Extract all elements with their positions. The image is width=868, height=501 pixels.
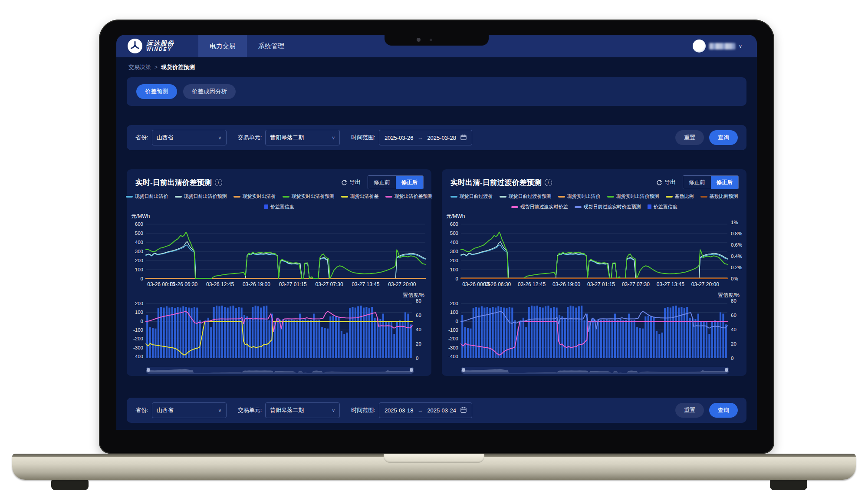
province-value: 山西省 <box>157 406 174 414</box>
svg-text:200: 200 <box>450 258 458 263</box>
query-button[interactable]: 查询 <box>709 403 738 418</box>
brand-name-en: WINDEY <box>146 47 174 52</box>
svg-text:300: 300 <box>450 249 458 254</box>
province-select[interactable]: 山西省 ∨ <box>152 130 227 145</box>
svg-text:03-27 01:15: 03-27 01:15 <box>587 281 615 287</box>
menu-item-power-trading[interactable]: 电力交易 <box>198 35 247 57</box>
reset-button[interactable]: 重置 <box>675 130 704 145</box>
export-button[interactable]: 导出 <box>656 178 676 186</box>
legend-item[interactable]: 现货出清价差 <box>341 193 379 200</box>
calendar-icon[interactable] <box>460 407 467 414</box>
legend-swatch <box>648 204 651 209</box>
svg-text:0.4%: 0.4% <box>731 254 742 259</box>
breadcrumb-current: 现货价差预测 <box>161 63 195 71</box>
correction-toggle: 修正前 修正后 <box>683 175 739 189</box>
correction-toggle: 修正前 修正后 <box>368 175 424 189</box>
brand-name-cn: 运达股份 <box>146 40 174 47</box>
slider-handle-left[interactable] <box>462 368 465 372</box>
chart-panels-row: 实时-日前出清价差预测 i 导出 修正前 修正后 现货日前出清价现货日前出清价预… <box>127 169 746 376</box>
legend-row-1: 现货日前过渡价现货日前过渡价预测现货实时出清价现货实时出清价预测基数比例基数比例… <box>442 193 746 200</box>
trading-unit-select[interactable]: 昔阳皋落二期 ∨ <box>265 130 340 145</box>
province-label: 省份: <box>135 134 148 142</box>
date-range-picker[interactable]: 2025-03-18 → 2025-03-24 <box>379 402 472 418</box>
legend-swatch <box>341 196 348 198</box>
trading-unit-label: 交易单元: <box>238 406 262 414</box>
svg-text:0: 0 <box>456 319 458 324</box>
reset-button[interactable]: 重置 <box>675 403 704 418</box>
breadcrumb-parent[interactable]: 交易决策 <box>128 63 151 71</box>
toggle-after-correction[interactable]: 修正后 <box>711 176 739 189</box>
y-axis-unit-label: 元/MWh <box>127 210 431 220</box>
legend-item[interactable]: 基数比例 <box>666 193 694 200</box>
main-menu: 电力交易 系统管理 <box>198 35 296 57</box>
svg-text:-100: -100 <box>133 327 143 333</box>
svg-text:03-27 13:45: 03-27 13:45 <box>352 281 379 287</box>
svg-text:03-27 13:45: 03-27 13:45 <box>657 281 684 287</box>
date-end[interactable]: 2025-03-28 <box>427 135 456 141</box>
camera-notch <box>385 34 489 46</box>
toggle-before-correction[interactable]: 修正前 <box>683 176 711 189</box>
confidence-axis-label: 置信度/% <box>442 291 746 298</box>
legend-item[interactable]: 基数比例预测 <box>700 193 738 200</box>
svg-text:0.8%: 0.8% <box>731 231 742 236</box>
date-start[interactable]: 2025-03-26 <box>385 135 414 141</box>
info-icon[interactable]: i <box>215 179 222 186</box>
legend-swatch <box>511 206 518 208</box>
slider-handle-right[interactable] <box>725 368 728 372</box>
legend-swatch <box>126 196 133 198</box>
svg-text:200: 200 <box>135 301 143 306</box>
data-zoom-slider[interactable] <box>146 367 414 374</box>
legend-item[interactable]: 现货日前过渡价 <box>450 193 493 200</box>
legend-item[interactable]: 现货出清价差预测 <box>385 193 433 200</box>
spread-confidence-chart: 2001000-100-200-300-400806040200 <box>442 298 746 362</box>
breadcrumb-separator: > <box>155 64 158 70</box>
province-select[interactable]: 山西省 ∨ <box>152 402 227 418</box>
date-end[interactable]: 2025-03-24 <box>427 407 456 414</box>
app-viewport: 运达股份 WINDEY 电力交易 系统管理 ∨ 交易决策 > 现货价差预测 价差… <box>116 35 757 430</box>
legend-item[interactable]: 价差置信度 <box>648 204 677 210</box>
trading-unit-select[interactable]: 昔阳皋落二期 ∨ <box>265 402 340 418</box>
data-zoom-slider[interactable] <box>461 367 729 374</box>
legend-item[interactable]: 现货日前过渡价预测 <box>500 193 552 200</box>
tab-price-diff-cause-analysis[interactable]: 价差成因分析 <box>183 84 236 99</box>
legend-item[interactable]: 现货日前过渡实时价差预测 <box>575 204 641 210</box>
toggle-before-correction[interactable]: 修正前 <box>368 176 396 189</box>
svg-text:03-26 19:00: 03-26 19:00 <box>552 281 580 287</box>
calendar-icon[interactable] <box>460 134 467 142</box>
slider-handle-left[interactable] <box>147 368 150 372</box>
legend-swatch <box>575 206 582 208</box>
svg-text:600: 600 <box>450 221 458 227</box>
export-icon <box>656 179 662 185</box>
legend-item[interactable]: 现货日前过渡实时价差 <box>511 204 568 210</box>
date-range-picker[interactable]: 2025-03-26 → 2025-03-28 <box>379 130 472 145</box>
export-button[interactable]: 导出 <box>341 178 361 186</box>
date-start[interactable]: 2025-03-18 <box>385 407 414 414</box>
tab-price-diff-forecast[interactable]: 价差预测 <box>136 84 177 99</box>
query-button[interactable]: 查询 <box>709 130 738 145</box>
panel-realtime-dayahead-transition: 实时出清-日前过渡价差预测 i 导出 修正前 修正后 现货日前过渡价现货日前过渡… <box>442 169 746 376</box>
toggle-after-correction[interactable]: 修正后 <box>396 176 424 189</box>
chevron-down-icon[interactable]: ∨ <box>739 43 742 49</box>
legend-swatch <box>175 196 182 198</box>
arrow-right-icon: → <box>418 407 423 413</box>
slider-handle-right[interactable] <box>410 368 413 372</box>
lid-opening-notch <box>384 454 484 463</box>
legend-item[interactable]: 现货实时出清价预测 <box>607 193 659 200</box>
info-icon[interactable]: i <box>545 179 552 186</box>
price-line-chart: 60050040030020010001%0.8%0.6%0.4%0.2%0%0… <box>442 220 746 289</box>
menu-item-system-management[interactable]: 系统管理 <box>247 35 296 57</box>
user-area[interactable]: ∨ <box>693 35 757 57</box>
svg-text:03-26 12:45: 03-26 12:45 <box>518 281 546 287</box>
svg-text:0: 0 <box>731 356 733 361</box>
legend-item[interactable]: 现货实时出清价 <box>558 193 601 200</box>
svg-text:03-27 07:30: 03-27 07:30 <box>622 281 650 287</box>
laptop-base <box>12 454 856 480</box>
legend-item[interactable]: 价差置信度 <box>264 204 294 210</box>
legend-item[interactable]: 现货实时出清价 <box>233 193 276 200</box>
legend-item[interactable]: 现货日前出清价预测 <box>175 193 227 200</box>
legend-item[interactable]: 现货实时出清价预测 <box>283 193 335 200</box>
svg-text:03-27 07:30: 03-27 07:30 <box>316 281 343 287</box>
user-avatar[interactable] <box>693 40 706 53</box>
legend-item[interactable]: 现货日前出清价 <box>126 193 168 200</box>
panel-title: 实时出清-日前过渡价差预测 i <box>450 178 552 188</box>
